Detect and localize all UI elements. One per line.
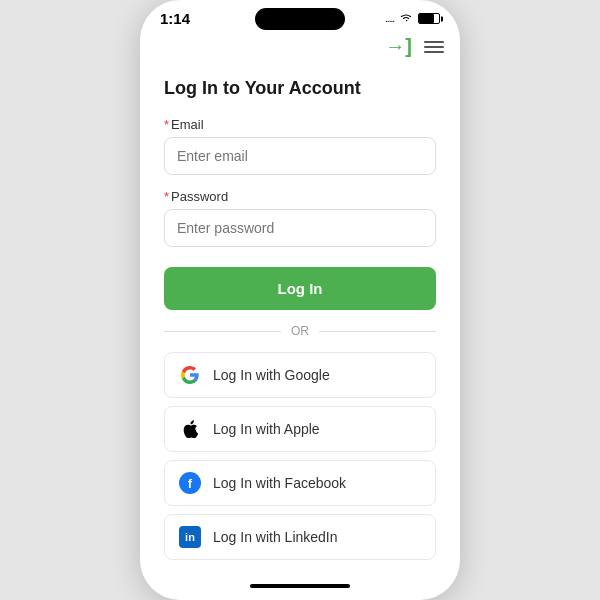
home-indicator [140,572,460,600]
login-button[interactable]: Log In [164,267,436,310]
status-bar: 1:14 ..... [140,0,460,31]
status-time: 1:14 [160,10,190,27]
google-login-button[interactable]: Log In with Google [164,352,436,398]
login-shortcut-icon[interactable]: →] [385,35,412,58]
signal-icon: ..... [385,13,394,24]
password-input[interactable] [164,209,436,247]
email-input[interactable] [164,137,436,175]
phone-frame: 1:14 ..... →] Log In t [140,0,460,600]
linkedin-icon: in [179,526,201,548]
status-icons: ..... [385,13,440,25]
battery-icon [418,13,440,24]
google-button-label: Log In with Google [213,367,330,383]
or-divider: OR [164,324,436,338]
facebook-icon: f [179,472,201,494]
apple-icon [179,418,201,440]
dynamic-island [255,8,345,30]
password-field-group: *Password [164,189,436,247]
facebook-login-button[interactable]: f Log In with Facebook [164,460,436,506]
main-content: Log In to Your Account *Email *Password … [140,62,460,572]
or-text: OR [291,324,309,338]
linkedin-login-button[interactable]: in Log In with LinkedIn [164,514,436,560]
home-bar [250,584,350,588]
page-title: Log In to Your Account [164,78,436,99]
apple-login-button[interactable]: Log In with Apple [164,406,436,452]
facebook-button-label: Log In with Facebook [213,475,346,491]
wifi-icon [399,13,413,25]
google-icon [179,364,201,386]
apple-button-label: Log In with Apple [213,421,320,437]
email-field-group: *Email [164,117,436,175]
email-label: *Email [164,117,436,132]
action-bar: →] [140,31,460,62]
hamburger-menu-icon[interactable] [424,41,444,53]
password-required-star: * [164,189,169,204]
email-required-star: * [164,117,169,132]
linkedin-button-label: Log In with LinkedIn [213,529,338,545]
password-label: *Password [164,189,436,204]
